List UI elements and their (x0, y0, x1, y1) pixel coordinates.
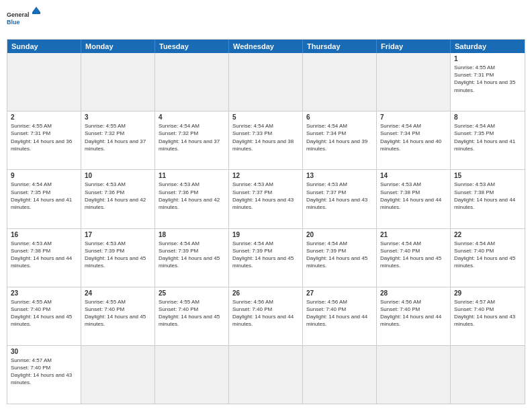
day-header-thursday: Thursday (303, 40, 377, 53)
day-number: 8 (454, 113, 521, 121)
day-info: Sunrise: 4:53 AMSunset: 7:37 PMDaylight:… (306, 181, 373, 211)
day-number: 5 (232, 113, 299, 121)
day-number: 23 (11, 289, 77, 297)
week-row-3: 9Sunrise: 4:54 AMSunset: 7:35 PMDaylight… (7, 170, 525, 228)
day-number: 1 (454, 55, 521, 62)
day-number: 13 (306, 172, 373, 179)
page: General Blue SundayMondayTuesdayWednesda… (0, 0, 532, 411)
day-info: Sunrise: 4:55 AMSunset: 7:31 PMDaylight:… (11, 122, 77, 152)
logo: General Blue (7, 7, 40, 34)
week-row-2: 2Sunrise: 4:55 AMSunset: 7:31 PMDaylight… (7, 111, 525, 170)
day-number: 12 (232, 172, 299, 179)
day-info: Sunrise: 4:54 AMSunset: 7:35 PMDaylight:… (454, 122, 521, 152)
day-info: Sunrise: 4:55 AMSunset: 7:40 PMDaylight:… (159, 298, 225, 328)
day-info: Sunrise: 4:53 AMSunset: 7:36 PMDaylight:… (85, 181, 151, 211)
day-info: Sunrise: 4:54 AMSunset: 7:32 PMDaylight:… (159, 122, 225, 152)
day-number: 30 (11, 348, 77, 355)
day-info: Sunrise: 4:53 AMSunset: 7:38 PMDaylight:… (380, 181, 447, 211)
svg-text:General: General (7, 11, 30, 18)
day-header-monday: Monday (81, 40, 155, 53)
day-cell-empty (451, 346, 525, 404)
day-header-tuesday: Tuesday (155, 40, 229, 53)
week-row-4: 16Sunrise: 4:53 AMSunset: 7:38 PMDayligh… (7, 229, 525, 287)
day-header-sunday: Sunday (7, 40, 81, 53)
day-number: 26 (232, 289, 299, 297)
day-number: 14 (380, 172, 447, 179)
day-info: Sunrise: 4:57 AMSunset: 7:40 PMDaylight:… (454, 298, 521, 328)
day-cell-empty (81, 53, 155, 111)
day-number: 6 (306, 113, 373, 121)
day-cell-3: 3Sunrise: 4:55 AMSunset: 7:32 PMDaylight… (81, 111, 155, 169)
day-info: Sunrise: 4:53 AMSunset: 7:38 PMDaylight:… (454, 181, 521, 211)
day-number: 7 (380, 113, 447, 121)
day-number: 10 (85, 172, 151, 179)
day-info: Sunrise: 4:54 AMSunset: 7:34 PMDaylight:… (306, 122, 373, 152)
day-cell-16: 16Sunrise: 4:53 AMSunset: 7:38 PMDayligh… (7, 229, 81, 287)
weeks-container: 1Sunrise: 4:55 AMSunset: 7:31 PMDaylight… (7, 53, 525, 404)
day-cell-9: 9Sunrise: 4:54 AMSunset: 7:35 PMDaylight… (7, 170, 81, 228)
day-cell-23: 23Sunrise: 4:55 AMSunset: 7:40 PMDayligh… (7, 287, 81, 345)
day-number: 18 (159, 231, 225, 238)
day-cell-29: 29Sunrise: 4:57 AMSunset: 7:40 PMDayligh… (451, 287, 525, 345)
day-number: 29 (454, 289, 521, 297)
day-cell-21: 21Sunrise: 4:54 AMSunset: 7:40 PMDayligh… (377, 229, 451, 287)
day-number: 4 (159, 113, 225, 121)
day-info: Sunrise: 4:53 AMSunset: 7:38 PMDaylight:… (11, 240, 77, 270)
day-number: 21 (380, 231, 447, 238)
day-cell-28: 28Sunrise: 4:56 AMSunset: 7:40 PMDayligh… (377, 287, 451, 345)
day-number: 24 (85, 289, 151, 297)
day-cell-empty (229, 346, 303, 404)
day-number: 17 (85, 231, 151, 238)
day-info: Sunrise: 4:55 AMSunset: 7:40 PMDaylight:… (85, 298, 151, 328)
day-info: Sunrise: 4:53 AMSunset: 7:36 PMDaylight:… (159, 181, 225, 211)
day-info: Sunrise: 4:54 AMSunset: 7:39 PMDaylight:… (306, 240, 373, 270)
svg-text:Blue: Blue (7, 19, 20, 26)
day-cell-12: 12Sunrise: 4:53 AMSunset: 7:37 PMDayligh… (229, 170, 303, 228)
day-cell-10: 10Sunrise: 4:53 AMSunset: 7:36 PMDayligh… (81, 170, 155, 228)
day-info: Sunrise: 4:54 AMSunset: 7:40 PMDaylight:… (454, 240, 521, 270)
day-number: 22 (454, 231, 521, 238)
day-cell-empty (303, 53, 377, 111)
day-info: Sunrise: 4:55 AMSunset: 7:40 PMDaylight:… (11, 298, 77, 328)
svg-rect-3 (32, 12, 40, 14)
generalblue-logo-icon: General Blue (7, 7, 40, 34)
day-cell-empty (155, 346, 229, 404)
day-cell-20: 20Sunrise: 4:54 AMSunset: 7:39 PMDayligh… (303, 229, 377, 287)
day-number: 9 (11, 172, 77, 179)
header: General Blue (7, 7, 525, 34)
day-cell-13: 13Sunrise: 4:53 AMSunset: 7:37 PMDayligh… (303, 170, 377, 228)
calendar: SundayMondayTuesdayWednesdayThursdayFrid… (7, 39, 525, 404)
day-number: 19 (232, 231, 299, 238)
day-info: Sunrise: 4:55 AMSunset: 7:31 PMDaylight:… (454, 64, 521, 94)
day-cell-14: 14Sunrise: 4:53 AMSunset: 7:38 PMDayligh… (377, 170, 451, 228)
day-info: Sunrise: 4:53 AMSunset: 7:37 PMDaylight:… (232, 181, 299, 211)
day-number: 25 (159, 289, 225, 297)
day-number: 16 (11, 231, 77, 238)
week-row-1: 1Sunrise: 4:55 AMSunset: 7:31 PMDaylight… (7, 53, 525, 111)
day-info: Sunrise: 4:56 AMSunset: 7:40 PMDaylight:… (306, 298, 373, 328)
day-cell-25: 25Sunrise: 4:55 AMSunset: 7:40 PMDayligh… (155, 287, 229, 345)
week-row-6: 30Sunrise: 4:57 AMSunset: 7:40 PMDayligh… (7, 346, 525, 404)
day-number: 27 (306, 289, 373, 297)
day-cell-5: 5Sunrise: 4:54 AMSunset: 7:33 PMDaylight… (229, 111, 303, 169)
day-number: 20 (306, 231, 373, 238)
day-cell-19: 19Sunrise: 4:54 AMSunset: 7:39 PMDayligh… (229, 229, 303, 287)
day-number: 11 (159, 172, 225, 179)
day-info: Sunrise: 4:54 AMSunset: 7:40 PMDaylight:… (380, 240, 447, 270)
day-cell-4: 4Sunrise: 4:54 AMSunset: 7:32 PMDaylight… (155, 111, 229, 169)
day-cell-8: 8Sunrise: 4:54 AMSunset: 7:35 PMDaylight… (451, 111, 525, 169)
day-cell-27: 27Sunrise: 4:56 AMSunset: 7:40 PMDayligh… (303, 287, 377, 345)
day-cell-22: 22Sunrise: 4:54 AMSunset: 7:40 PMDayligh… (451, 229, 525, 287)
day-cell-11: 11Sunrise: 4:53 AMSunset: 7:36 PMDayligh… (155, 170, 229, 228)
day-cell-17: 17Sunrise: 4:53 AMSunset: 7:39 PMDayligh… (81, 229, 155, 287)
day-cell-15: 15Sunrise: 4:53 AMSunset: 7:38 PMDayligh… (451, 170, 525, 228)
day-info: Sunrise: 4:53 AMSunset: 7:39 PMDaylight:… (85, 240, 151, 270)
day-info: Sunrise: 4:54 AMSunset: 7:33 PMDaylight:… (232, 122, 299, 152)
day-info: Sunrise: 4:56 AMSunset: 7:40 PMDaylight:… (232, 298, 299, 328)
day-info: Sunrise: 4:54 AMSunset: 7:34 PMDaylight:… (380, 122, 447, 152)
day-cell-7: 7Sunrise: 4:54 AMSunset: 7:34 PMDaylight… (377, 111, 451, 169)
day-info: Sunrise: 4:54 AMSunset: 7:35 PMDaylight:… (11, 181, 77, 211)
day-headers-row: SundayMondayTuesdayWednesdayThursdayFrid… (7, 40, 525, 53)
day-number: 3 (85, 113, 151, 121)
day-info: Sunrise: 4:57 AMSunset: 7:40 PMDaylight:… (11, 357, 77, 387)
